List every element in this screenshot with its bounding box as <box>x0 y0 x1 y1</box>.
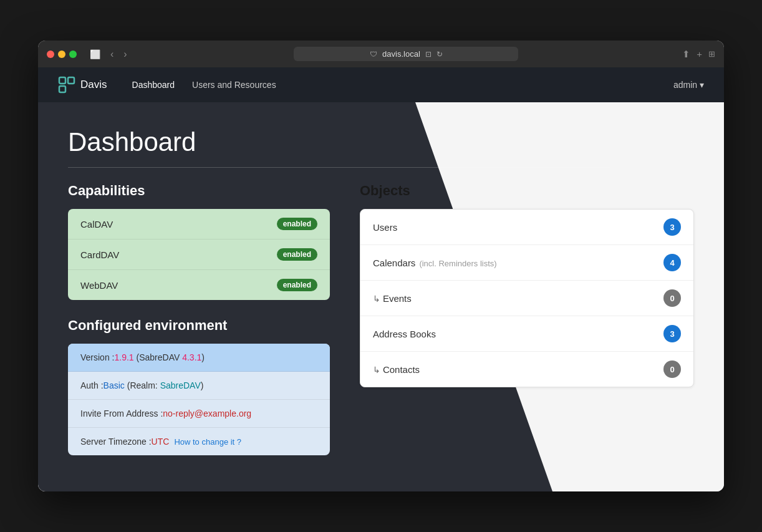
minimize-button[interactable] <box>58 51 65 58</box>
nav-dashboard[interactable]: Dashboard <box>125 76 183 94</box>
cap-webdav-badge: enabled <box>277 279 317 291</box>
obj-addressbooks-badge: 3 <box>663 325 681 342</box>
obj-row-calendars[interactable]: Calendars(incl. Reminders lists) 4 <box>360 245 693 281</box>
reload-icon[interactable]: ↻ <box>436 50 443 59</box>
config-saberedav-prefix: (SabreDAV <box>134 352 183 362</box>
url-text: davis.local <box>382 49 420 59</box>
cap-caldav-badge: enabled <box>277 218 317 230</box>
config-version-row: Version : 1.9.1 (SabreDAV 4.3.1 ) <box>68 344 330 372</box>
brand-icon <box>58 76 75 94</box>
navbar: Davis Dashboard Users and Resources admi… <box>38 67 724 102</box>
obj-events-badge: 0 <box>663 289 681 307</box>
config-version-val: 1.9.1 <box>114 352 133 362</box>
config-timezone-row: Server Timezone : UTC How to change it ? <box>68 428 330 455</box>
capability-caldav: CalDAV enabled <box>68 209 330 239</box>
svg-rect-2 <box>59 86 65 92</box>
app-container: Davis Dashboard Users and Resources admi… <box>38 67 724 491</box>
nav-users-resources[interactable]: Users and Resources <box>185 76 284 94</box>
left-column: Capabilities CalDAV enabled CardDAV enab… <box>68 183 330 455</box>
new-tab-icon[interactable]: + <box>697 49 702 59</box>
right-column: Objects Users 3 Calendars <box>360 183 694 455</box>
close-button[interactable] <box>47 51 54 58</box>
cap-carddav-name: CardDAV <box>80 249 119 260</box>
cap-webdav-name: WebDAV <box>80 280 118 291</box>
browser-right-controls: ⬆ + ⊞ <box>682 49 715 60</box>
svg-rect-0 <box>59 77 65 84</box>
config-invite-label: Invite From Address : <box>80 409 163 418</box>
obj-row-contacts[interactable]: ↳ Contacts 0 <box>360 352 693 387</box>
obj-row-events[interactable]: ↳ Events 0 <box>360 281 693 316</box>
config-auth-val: Basic <box>104 380 125 390</box>
config-title: Configured environment <box>68 317 330 334</box>
obj-calendars-badge: 4 <box>663 254 681 271</box>
config-realm-suffix: ) <box>201 380 204 390</box>
config-auth-label: Auth : <box>80 380 104 390</box>
navbar-user[interactable]: admin ▾ <box>673 80 704 90</box>
maximize-button[interactable] <box>69 51 77 58</box>
browser-window: ⬜ ‹ › 🛡 davis.local ⊡ ↻ ⬆ + ⊞ Davi <box>38 41 724 491</box>
obj-row-addressbooks[interactable]: Address Books 3 <box>360 316 693 352</box>
back-icon[interactable]: ‹ <box>107 47 117 61</box>
page-title: Dashboard <box>68 127 610 168</box>
obj-contacts-badge: 0 <box>663 360 681 378</box>
obj-row-users[interactable]: Users 3 <box>360 210 693 245</box>
objects-title: Objects <box>360 183 694 199</box>
translate-icon: ⊡ <box>425 50 432 59</box>
browser-chrome: ⬜ ‹ › 🛡 davis.local ⊡ ↻ ⬆ + ⊞ <box>38 41 724 67</box>
brand-name: Davis <box>80 79 107 91</box>
content-wrapper: Dashboard Capabilities CalDAV enabled <box>38 102 724 485</box>
navbar-brand[interactable]: Davis <box>58 76 107 94</box>
config-auth-row: Auth : Basic (Realm: SabreDAV ) <box>68 372 330 400</box>
config-section: Configured environment Version : 1.9.1 (… <box>68 317 330 455</box>
main-inner: Dashboard Capabilities CalDAV enabled <box>38 102 724 491</box>
config-tz-label: Server Timezone : <box>80 437 152 447</box>
capability-webdav: WebDAV enabled <box>68 270 330 300</box>
obj-events-name: ↳ Events <box>373 293 412 304</box>
config-invite-row: Invite From Address : no-reply@example.o… <box>68 400 330 428</box>
config-realm-prefix: (Realm: <box>125 380 160 390</box>
address-bar[interactable]: 🛡 davis.local ⊡ ↻ <box>294 47 518 61</box>
navbar-links: Dashboard Users and Resources <box>125 76 673 94</box>
capabilities-title: Capabilities <box>68 183 330 199</box>
obj-calendars-note: (incl. Reminders lists) <box>419 259 496 268</box>
obj-users-name: Users <box>373 222 397 233</box>
objects-card: Users 3 Calendars(incl. Reminders lists)… <box>360 209 694 387</box>
sidebar-toggle-icon[interactable]: ⬜ <box>87 48 104 60</box>
config-saberedav-val: 4.3.1 <box>182 352 201 362</box>
obj-contacts-name: ↳ Contacts <box>373 364 420 375</box>
cap-caldav-name: CalDAV <box>80 219 113 230</box>
config-invite-val: no-reply@example.org <box>163 409 251 418</box>
capabilities-card: CalDAV enabled CardDAV enabled WebDAV en… <box>68 209 330 300</box>
config-card: Version : 1.9.1 (SabreDAV 4.3.1 ) Auth : <box>68 344 330 455</box>
capability-carddav: CardDAV enabled <box>68 239 330 270</box>
forward-icon[interactable]: › <box>120 47 130 61</box>
config-tz-link[interactable]: How to change it ? <box>174 437 241 447</box>
config-realm-val: SabreDAV <box>160 380 201 390</box>
config-version-label: Version : <box>80 352 114 362</box>
tabs-icon[interactable]: ⊞ <box>708 49 715 59</box>
browser-nav-controls: ⬜ ‹ › <box>87 47 130 61</box>
config-version-suffix: ) <box>201 352 205 362</box>
traffic-lights <box>47 51 77 58</box>
share-icon[interactable]: ⬆ <box>682 49 690 60</box>
config-tz-val: UTC <box>152 437 170 447</box>
obj-users-badge: 3 <box>663 218 681 236</box>
main-content: Dashboard Capabilities CalDAV enabled <box>38 102 724 491</box>
obj-addressbooks-name: Address Books <box>373 329 436 339</box>
security-icon: 🛡 <box>370 50 377 59</box>
two-col-layout: Capabilities CalDAV enabled CardDAV enab… <box>68 183 694 455</box>
obj-calendars-name: Calendars(incl. Reminders lists) <box>373 258 497 268</box>
svg-rect-1 <box>68 77 74 84</box>
cap-carddav-badge: enabled <box>277 248 317 261</box>
